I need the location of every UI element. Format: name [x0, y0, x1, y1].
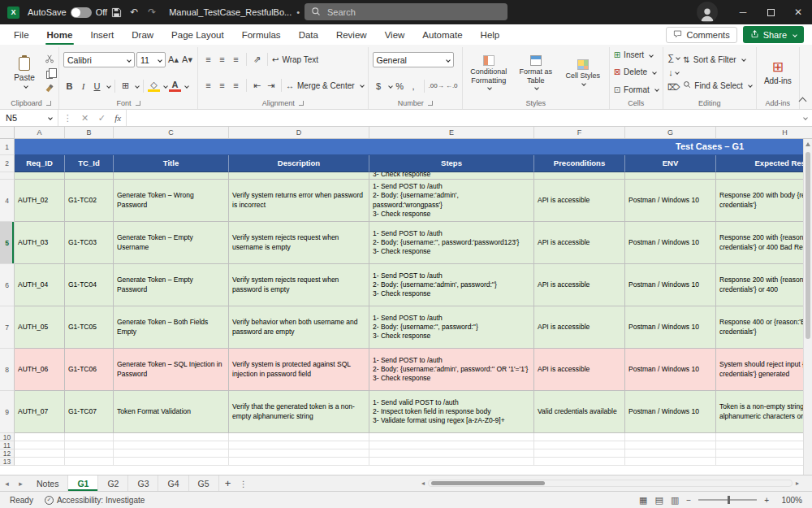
row-header[interactable]: 10 [0, 433, 15, 441]
cell-title[interactable]: Generate Token – Both Fields Empty [114, 306, 229, 349]
user-avatar[interactable] [697, 2, 718, 23]
horizontal-scrollbar[interactable]: ◂ ▸ [418, 478, 802, 488]
cell-title[interactable]: Token Format Validation [114, 391, 229, 433]
cell-expected[interactable]: System should reject input {reason:'Bad … [716, 349, 812, 391]
page-layout-view-icon[interactable]: ▤ [655, 495, 663, 506]
cell-tc_id[interactable]: G1-TC05 [65, 306, 114, 349]
align-center-icon[interactable]: ≡ [216, 79, 228, 93]
currency-button[interactable]: $ [373, 79, 385, 93]
search-input[interactable] [326, 7, 488, 18]
align-left-icon[interactable]: ≡ [202, 79, 214, 93]
empty-cell[interactable] [369, 458, 534, 466]
cell-expected[interactable]: Response 400 or {reason:'Bad credentials… [716, 306, 812, 349]
row-header[interactable]: 4 [0, 180, 15, 222]
column-header-c[interactable]: C [114, 127, 229, 138]
header-cell[interactable]: Expected Result [716, 155, 812, 172]
cell-env[interactable] [625, 172, 716, 180]
empty-cell[interactable] [716, 441, 812, 449]
header-cell[interactable]: ENV [625, 155, 716, 172]
vertical-scrollbar[interactable] [803, 139, 812, 475]
tab-view[interactable]: View [376, 24, 414, 45]
row-header[interactable]: 13 [0, 458, 15, 466]
cell-env[interactable]: Postman / Windows 10 [625, 306, 716, 349]
cell-desc[interactable]: Verify system rejects request when usern… [229, 222, 369, 264]
bold-button[interactable]: B [63, 79, 76, 93]
empty-cell[interactable] [369, 449, 534, 458]
copy-icon[interactable] [46, 71, 53, 79]
cut-icon[interactable] [45, 54, 54, 65]
empty-cell[interactable] [716, 458, 812, 466]
cell-expected[interactable]: Response 200 with body {reason:'Bad cred… [716, 180, 812, 222]
cell-desc[interactable]: Verify behavior when both username and p… [229, 306, 369, 349]
empty-cell[interactable] [15, 458, 65, 466]
cell-pre[interactable]: API is accessible [534, 349, 625, 391]
select-all-corner[interactable] [0, 127, 15, 138]
grow-font-button[interactable]: A▴ [167, 53, 179, 67]
formula-input[interactable] [127, 110, 796, 126]
column-header-g[interactable]: G [625, 127, 716, 138]
conditional-formatting-button[interactable]: Conditional Formatting [467, 48, 511, 97]
chevron-down-icon[interactable] [106, 84, 111, 89]
paste-button[interactable]: Paste [7, 48, 41, 97]
cell-title[interactable] [114, 172, 229, 180]
undo-icon[interactable]: ↶ [125, 7, 143, 18]
merge-center-button[interactable]: ↔Merge & Center [286, 79, 364, 93]
cell-steps[interactable]: 1- Send POST to /auth 2- Body: {username… [369, 222, 534, 264]
chevron-down-icon[interactable] [135, 84, 140, 89]
header-cell[interactable]: Preconditions [534, 155, 625, 172]
dialog-launcher-icon[interactable] [46, 101, 51, 106]
cell-tc_id[interactable] [65, 172, 114, 180]
cell-title[interactable]: Generate Token – Wrong Password [114, 180, 229, 222]
cell-env[interactable]: Postman / Windows 10 [625, 391, 716, 433]
cell-steps[interactable]: 1- Send POST to /auth 2- Body: {username… [369, 306, 534, 349]
tab-insert[interactable]: Insert [81, 24, 123, 45]
format-painter-icon[interactable] [46, 84, 54, 91]
empty-cell[interactable] [229, 441, 369, 449]
tab-draw[interactable]: Draw [123, 24, 162, 45]
font-size-select[interactable]: 11 [136, 52, 166, 67]
cell-tc_id[interactable]: G1-TC06 [65, 349, 114, 391]
empty-cell[interactable] [229, 449, 369, 458]
number-format-select[interactable]: General [373, 52, 454, 67]
tab-file[interactable]: File [5, 24, 38, 45]
empty-cell[interactable] [114, 458, 229, 466]
cell-tc_id[interactable]: G1-TC02 [65, 180, 114, 222]
column-header-b[interactable]: B [65, 127, 114, 138]
cell-req_id[interactable]: AUTH_06 [15, 349, 65, 391]
format-cells-button[interactable]: ⊡Format [614, 83, 659, 97]
dialog-launcher-icon[interactable] [428, 101, 433, 106]
autosum-button[interactable]: ∑ [667, 51, 680, 65]
increase-indent-icon[interactable]: ⇥ [265, 79, 277, 93]
percent-button[interactable]: % [394, 79, 406, 93]
align-right-icon[interactable]: ≡ [230, 79, 242, 93]
zoom-in-icon[interactable]: + [764, 496, 769, 505]
empty-cell[interactable] [534, 433, 625, 441]
sheet-tab-g1[interactable]: G1 [68, 475, 98, 491]
row-header[interactable]: 1 [0, 139, 15, 155]
dialog-launcher-icon[interactable] [136, 101, 140, 106]
row-header[interactable]: 7 [0, 306, 15, 349]
expand-formula-bar-icon[interactable] [796, 110, 812, 126]
empty-cell[interactable] [65, 441, 114, 449]
row-header[interactable]: 12 [0, 449, 15, 458]
empty-cell[interactable] [625, 449, 716, 458]
insert-cells-button[interactable]: ⊞Insert [614, 48, 659, 62]
cell-desc[interactable]: Verify system is protected against SQL i… [229, 349, 369, 391]
horizontal-scroll-thumb[interactable] [431, 481, 545, 485]
normal-view-icon[interactable]: ▦ [639, 495, 647, 506]
increase-decimal-icon[interactable]: .00→ [429, 79, 444, 93]
cell-desc[interactable]: Verify system rejects request when passw… [229, 264, 369, 306]
empty-cell[interactable] [229, 458, 369, 466]
align-middle-icon[interactable]: ≡ [216, 53, 228, 67]
tab-data[interactable]: Data [290, 24, 327, 45]
cell-expected[interactable]: Response 200 with {reason:'Bad credentia… [716, 264, 812, 306]
zoom-slider-thumb[interactable] [728, 496, 730, 504]
fill-button[interactable]: ↓ [667, 66, 680, 80]
cell-desc[interactable]: Verify system returns error when passwor… [229, 180, 369, 222]
toggle-off-icon[interactable] [71, 7, 92, 18]
minimize-button[interactable]: ─ [729, 0, 757, 24]
find-select-button[interactable]: Find & Select [683, 79, 751, 93]
addins-button[interactable]: ⊞ Add-ins [761, 48, 795, 97]
italic-button[interactable]: I [77, 79, 89, 93]
empty-cell[interactable] [65, 433, 114, 441]
